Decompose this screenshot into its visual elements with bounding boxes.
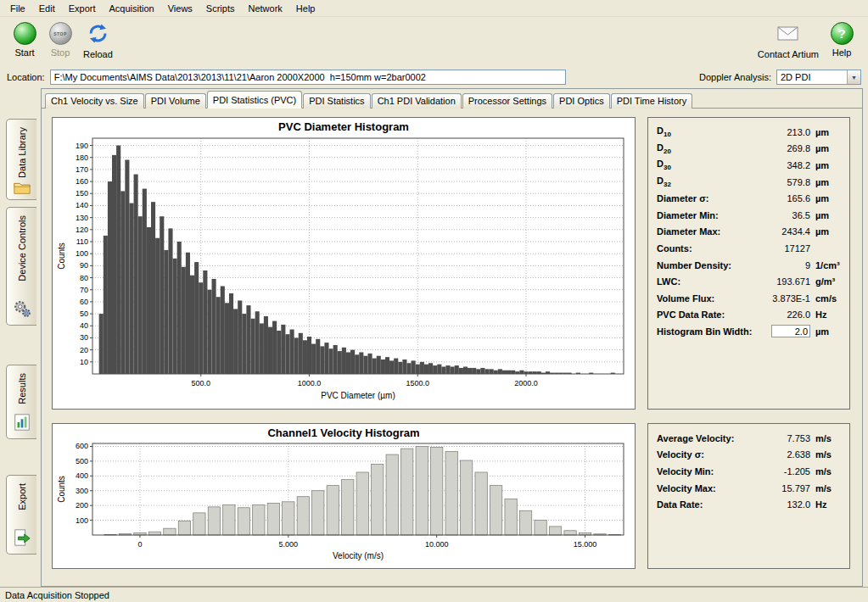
stat-label: D30 <box>657 159 759 171</box>
menu-edit[interactable]: Edit <box>32 1 62 16</box>
svg-text:5.000: 5.000 <box>279 540 299 549</box>
svg-text:190: 190 <box>76 142 88 150</box>
contact-artium-button[interactable]: Contact Artium <box>753 20 824 62</box>
reload-button-label: Reload <box>83 49 113 59</box>
stat-unit: Hz <box>810 499 841 510</box>
help-button[interactable]: ? Help <box>824 20 860 60</box>
stat-label: D10 <box>657 125 759 138</box>
stop-button[interactable]: STOP Stop <box>42 20 78 60</box>
svg-text:Counts: Counts <box>57 242 66 270</box>
stat-unit: m/s <box>810 433 841 443</box>
location-label: Location: <box>7 72 45 82</box>
menu-scripts[interactable]: Scripts <box>199 1 242 16</box>
stat-value: 7.753 <box>759 433 810 443</box>
tab-pdi-volume[interactable]: PDI Volume <box>145 93 206 109</box>
stop-icon: STOP <box>49 22 72 45</box>
tab-ch1-velocity-vs-size[interactable]: Ch1 Velocity vs. Size <box>45 93 144 109</box>
toolbar: Start STOP Stop Reload Contact Artium ? <box>0 17 868 66</box>
svg-text:1500.0: 1500.0 <box>406 379 429 387</box>
stat-label: D20 <box>657 142 759 155</box>
svg-text:30: 30 <box>80 333 88 342</box>
stat-label: Average Velocity: <box>657 433 759 443</box>
svg-text:0: 0 <box>137 540 142 549</box>
contact-artium-label: Contact Artium <box>758 49 819 59</box>
velocity-row: Channel1 Velocity Histogram 100200300400… <box>52 423 850 569</box>
help-button-label: Help <box>832 47 852 58</box>
svg-text:130: 130 <box>76 214 88 222</box>
histogram-bin-width-input[interactable] <box>771 325 810 337</box>
sidebar: Data Library Device Controls Results <box>0 88 41 587</box>
stat-unit: µm <box>810 177 841 187</box>
menu-network[interactable]: Network <box>241 1 288 16</box>
svg-text:200: 200 <box>76 501 88 510</box>
reload-button[interactable]: Reload <box>78 20 118 62</box>
stat-row-diameter-min: Diameter Min:36.5µm <box>657 207 841 224</box>
stat-value: 17127 <box>759 243 810 254</box>
tab-ch1-pdi-validation[interactable]: Ch1 PDI Validation <box>372 93 462 109</box>
tab-pdi-optics[interactable]: PDI Optics <box>553 93 610 109</box>
svg-text:50: 50 <box>80 309 88 318</box>
location-input[interactable] <box>50 70 566 85</box>
svg-text:10.000: 10.000 <box>425 540 449 549</box>
reload-icon <box>87 22 109 47</box>
svg-text:20: 20 <box>80 346 88 354</box>
menu-bar: FileEditExportAcquisitionViewsScriptsNet… <box>0 0 868 17</box>
stat-label: Data Rate: <box>657 499 759 510</box>
menu-views[interactable]: Views <box>161 1 199 16</box>
stat-row-d32: D32579.8µm <box>657 174 841 191</box>
stat-value: 348.2 <box>759 160 810 170</box>
svg-text:1000.0: 1000.0 <box>298 379 322 387</box>
pvc-diameter-histogram-chart: PVC Diameter Histogram 10203040506070809… <box>52 117 636 410</box>
results-chart-icon <box>13 413 31 433</box>
location-bar: Location: Doppler Analysis: 2D PDI ▼ <box>0 66 868 88</box>
sidebar-item-data-library[interactable]: Data Library <box>6 119 36 200</box>
tab-processor-settings[interactable]: Processor Settings <box>462 93 552 109</box>
tab-pdi-time-history[interactable]: PDI Time History <box>611 93 693 109</box>
velocity-histogram-chart: Channel1 Velocity Histogram 100200300400… <box>52 423 636 569</box>
stat-label: LWC: <box>657 276 759 287</box>
doppler-analysis-value: 2D PDI <box>777 72 847 82</box>
stat-unit: 1/cm³ <box>810 260 841 270</box>
stat-unit: µm <box>810 210 841 220</box>
sidebar-item-results[interactable]: Results <box>6 365 36 439</box>
menu-file[interactable]: File <box>3 1 32 16</box>
sidebar-item-device-controls[interactable]: Device Controls <box>6 207 36 326</box>
stat-value: 2434.4 <box>759 226 810 237</box>
tab-pdi-statistics-pvc[interactable]: PDI Statistics (PVC) <box>207 91 302 109</box>
menu-help[interactable]: Help <box>289 1 322 16</box>
sidebar-item-label: Results <box>17 373 27 404</box>
menu-export[interactable]: Export <box>62 1 103 16</box>
stat-row-data-rate: Data Rate:132.0Hz <box>657 496 841 513</box>
chevron-down-icon[interactable]: ▼ <box>847 70 860 84</box>
chart-title: PVC Diameter Histogram <box>53 118 635 133</box>
svg-text:40: 40 <box>80 321 88 330</box>
stat-label: Diameter Max: <box>657 226 759 237</box>
stop-icon-text: STOP <box>50 23 71 44</box>
svg-text:120: 120 <box>76 226 88 234</box>
stat-row-velocity: Velocity σ:2.638m/s <box>657 447 841 464</box>
stat-value: 15.797 <box>759 483 810 493</box>
tab-page: PVC Diameter Histogram 10203040506070809… <box>42 109 862 569</box>
stat-row-counts: Counts:17127 <box>657 240 841 257</box>
start-button[interactable]: Start <box>7 20 42 60</box>
velocity-histogram-plot: 10020030040050060005.00010.00015.000Velo… <box>55 439 632 563</box>
menu-acquisition[interactable]: Acquisition <box>103 1 161 16</box>
sidebar-item-export[interactable]: Export <box>6 475 36 555</box>
stat-label: Velocity Min: <box>657 466 759 477</box>
doppler-analysis-select[interactable]: 2D PDI ▼ <box>776 70 861 85</box>
stat-value: 579.8 <box>759 177 810 187</box>
stat-row-velocity-min: Velocity Min:-1.205m/s <box>657 463 841 480</box>
library-icon <box>13 178 31 198</box>
svg-text:70: 70 <box>80 286 88 294</box>
stat-row-diameter-max: Diameter Max:2434.4µm <box>657 224 841 241</box>
stat-value: 226.0 <box>759 309 810 320</box>
stat-label: Diameter Min: <box>657 210 759 220</box>
svg-text:140: 140 <box>76 201 88 209</box>
stat-unit: g/m³ <box>810 276 841 287</box>
svg-text:90: 90 <box>80 261 88 270</box>
stat-unit: µm <box>810 143 841 153</box>
stat-row-lwc: LWC:193.671g/m³ <box>657 273 841 290</box>
tab-pdi-statistics[interactable]: PDI Statistics <box>303 93 370 109</box>
stat-row-pvc-data-rate: PVC Data Rate:226.0Hz <box>657 307 841 324</box>
stat-value: -1.205 <box>759 466 810 477</box>
